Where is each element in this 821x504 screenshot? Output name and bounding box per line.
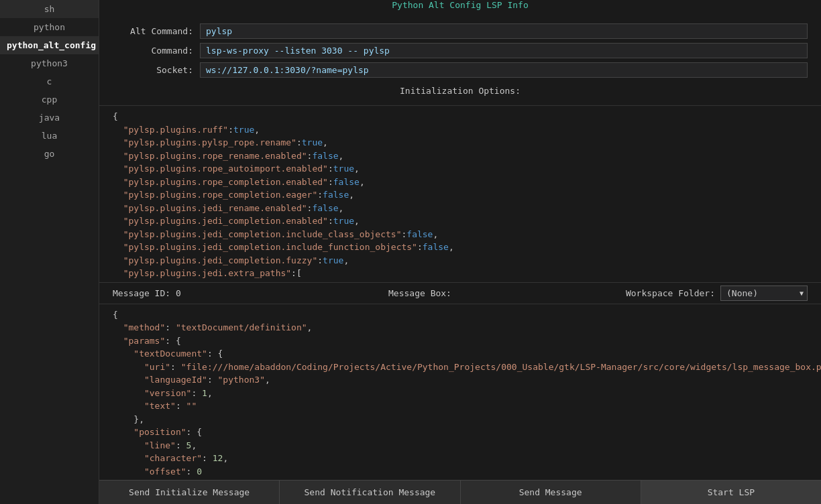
sidebar-item-python[interactable]: python <box>0 18 99 36</box>
sidebar: shpythonpython_alt_configpython3ccppjava… <box>0 0 99 504</box>
init-options-label: Initialization Options: <box>113 82 808 99</box>
workspace-dropdown-wrapper: (None) <box>720 286 808 301</box>
sidebar-item-cpp[interactable]: cpp <box>0 90 99 109</box>
content-area: Python Alt Config LSP Info Alt Command: … <box>99 0 821 504</box>
message-id-section: Message ID: 0 <box>113 288 247 298</box>
socket-row: Socket: ws://127.0.0.1:3030/?name=pylsp <box>113 62 808 78</box>
sidebar-item-java[interactable]: java <box>0 109 99 127</box>
alt-command-value: pylsp <box>200 23 808 39</box>
sidebar-item-lua[interactable]: lua <box>0 127 99 145</box>
message-id-label: Message ID: <box>113 288 170 298</box>
msg-ws-row: Message ID: 0 Message Box: Workspace Fol… <box>99 282 821 304</box>
workspace-folder-dropdown[interactable]: (None) <box>720 286 808 301</box>
request-code-area: { "method": "textDocument/definition", "… <box>99 304 821 481</box>
sidebar-item-c[interactable]: c <box>0 72 99 90</box>
message-box-label: Message Box: <box>388 288 451 298</box>
send-initialize-button[interactable]: Send Initialize Message <box>99 481 280 504</box>
alt-command-label: Alt Command: <box>113 26 200 36</box>
command-row: Command: lsp-ws-proxy --listen 3030 -- p… <box>113 43 808 58</box>
command-value: lsp-ws-proxy --listen 3030 -- pylsp <box>200 43 808 58</box>
sidebar-item-python-alt-config[interactable]: python_alt_config <box>0 36 99 54</box>
start-lsp-button[interactable]: Start LSP <box>641 481 821 504</box>
sidebar-item-sh[interactable]: sh <box>0 0 99 18</box>
config-header-link[interactable]: Python Alt Config LSP Info <box>392 0 529 10</box>
config-section: Alt Command: pylsp Command: lsp-ws-proxy… <box>99 17 821 106</box>
sidebar-item-python3[interactable]: python3 <box>0 54 99 72</box>
init-code-area: { "pylsp.plugins.ruff":true, "pylsp.plug… <box>99 106 821 282</box>
workspace-folder-label: Workspace Folder: <box>626 288 715 298</box>
command-label: Command: <box>113 46 200 56</box>
socket-label: Socket: <box>113 65 200 75</box>
socket-value: ws://127.0.0.1:3030/?name=pylsp <box>200 62 808 78</box>
workspace-section: Workspace Folder: (None) <box>593 286 808 301</box>
message-id-value: 0 <box>176 288 181 298</box>
alt-command-row: Alt Command: pylsp <box>113 23 808 39</box>
main-container: shpythonpython_alt_configpython3ccppjava… <box>0 0 821 504</box>
bottom-toolbar: Send Initialize Message Send Notificatio… <box>99 480 821 504</box>
send-message-button[interactable]: Send Message <box>461 481 641 504</box>
send-notification-button[interactable]: Send Notification Message <box>280 481 460 504</box>
config-header: Python Alt Config LSP Info <box>99 0 821 10</box>
message-box-section: Message Box: <box>247 288 593 298</box>
sidebar-item-go[interactable]: go <box>0 145 99 163</box>
